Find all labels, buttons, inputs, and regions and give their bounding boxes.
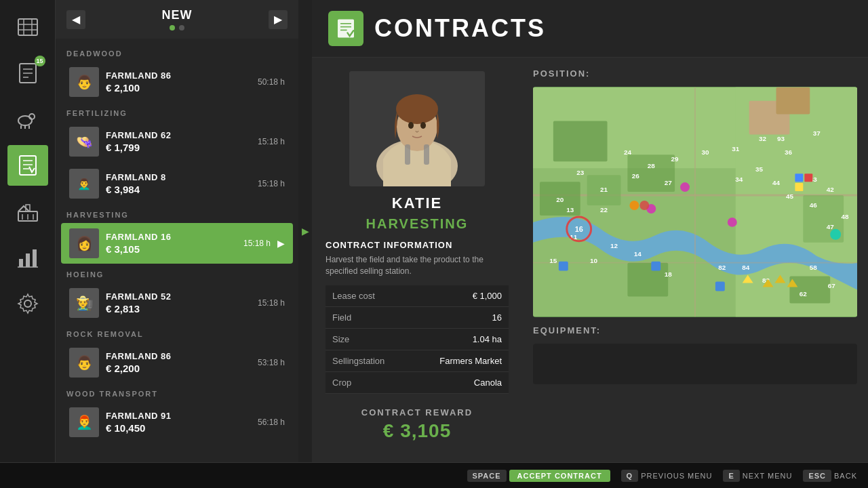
field-value: 16	[411, 306, 509, 328]
sellingstation-label: Sellingstation	[326, 350, 411, 371]
contract-info: FARMLAND 86 € 2,100	[106, 70, 251, 94]
contract-price: € 3,984	[106, 184, 251, 195]
avatar: 👩	[69, 228, 99, 258]
table-row: Sellingstation Farmers Market	[326, 350, 509, 371]
reward-amount: € 3,105	[326, 420, 509, 442]
crop-value: Canola	[411, 371, 509, 393]
contracts-sidebar-icon[interactable]	[7, 145, 48, 186]
svg-text:93: 93	[777, 135, 785, 142]
animals-icon[interactable]	[7, 99, 48, 140]
svg-rect-26	[338, 19, 354, 37]
contract-farmland-name: FARMLAND 8	[106, 172, 251, 182]
contract-farmland-name: FARMLAND 86	[106, 351, 251, 361]
svg-rect-50	[553, 121, 608, 162]
contract-time: 53:18 h	[258, 358, 285, 367]
contract-farmland-name: FARMLAND 16	[106, 232, 237, 242]
contract-price: € 3,105	[106, 243, 237, 255]
main-content-area: CONTRACTS	[312, 0, 868, 462]
category-hoeing: HOEING	[56, 265, 298, 281]
map-icon[interactable]	[7, 7, 48, 47]
contracts-scroll[interactable]: DEADWOOD 👨 FARMLAND 86 € 2,100 50:18 h F…	[56, 39, 298, 462]
svg-text:16: 16	[575, 225, 583, 233]
page-dots	[170, 25, 184, 30]
svg-rect-12	[20, 156, 36, 175]
table-row: Lease cost € 1,000	[326, 285, 509, 307]
contract-price: € 10,450	[106, 422, 251, 434]
settings-icon[interactable]	[7, 283, 48, 324]
contract-info-table: Lease cost € 1,000 Field 16 Size 1.04 ha	[326, 285, 509, 394]
category-deadwood: DEADWOOD	[56, 44, 298, 60]
svg-rect-0	[18, 19, 37, 35]
contract-farmland-name: FARMLAND 52	[106, 291, 251, 302]
svg-rect-105	[804, 174, 812, 182]
svg-text:32: 32	[759, 135, 767, 142]
svg-text:28: 28	[648, 162, 656, 169]
svg-text:34: 34	[735, 176, 743, 183]
equipment-label: EQUIPMENT:	[533, 325, 857, 336]
map-section: POSITION:	[522, 58, 868, 462]
stats-icon[interactable]	[7, 237, 48, 278]
hotkey-q-group: Q PREVIOUS MENU	[621, 470, 713, 482]
svg-text:84: 84	[742, 264, 750, 271]
svg-point-34	[396, 94, 438, 124]
contract-time: 15:18 h	[258, 179, 285, 188]
contract-item-farmland16-selected[interactable]: 👩 FARMLAND 16 € 3,105 15:18 h ▶	[61, 223, 293, 264]
svg-rect-37	[405, 144, 410, 165]
svg-text:45: 45	[786, 192, 794, 200]
svg-text:44: 44	[772, 179, 781, 186]
contract-info: FARMLAND 8 € 3,984	[106, 172, 251, 195]
hotkey-esc[interactable]: ESC	[803, 470, 831, 482]
main-layout: 15	[0, 0, 868, 462]
hotkey-space[interactable]: SPACE	[467, 470, 507, 482]
table-row: Field 16	[326, 306, 509, 328]
avatar: 👨‍🌾	[69, 288, 99, 318]
contract-time: 50:18 h	[258, 77, 285, 87]
list-header-title: NEW	[162, 8, 193, 22]
reward-label: CONTRACT REWARD	[326, 407, 509, 418]
hotkey-e[interactable]: E	[723, 470, 739, 482]
factory-icon[interactable]	[7, 191, 48, 232]
character-name: KATIE	[392, 195, 442, 212]
svg-text:29: 29	[671, 155, 679, 163]
divider-arrow-icon: ▶	[302, 226, 309, 237]
contract-item-farmland86-rock[interactable]: 👨 FARMLAND 86 € 2,200 53:18 h	[61, 342, 293, 383]
svg-text:10: 10	[590, 257, 598, 264]
character-role: HARVESTING	[366, 216, 469, 232]
map-container: 20 21 22 23 24 26 27 28 29 30 31 32 34 3…	[533, 87, 857, 317]
svg-text:26: 26	[632, 172, 640, 180]
contract-item-farmland52[interactable]: 👨‍🌾 FARMLAND 52 € 2,813 15:18 h	[61, 283, 293, 323]
svg-rect-97	[651, 262, 660, 271]
contract-info: FARMLAND 16 € 3,105	[106, 232, 237, 255]
svg-text:14: 14	[634, 250, 642, 258]
hotkey-q[interactable]: Q	[621, 470, 639, 482]
contract-info: FARMLAND 91 € 10,450	[106, 411, 251, 434]
svg-text:37: 37	[813, 129, 821, 137]
svg-text:22: 22	[600, 206, 608, 214]
svg-text:62: 62	[800, 290, 808, 298]
back-label: BACK	[834, 472, 857, 480]
contract-item-farmland62[interactable]: 👒 FARMLAND 62 € 1,799 15:18 h	[61, 121, 293, 162]
contract-item-farmland91[interactable]: 👨‍🦰 FARMLAND 91 € 10,450 56:18 h	[61, 402, 293, 443]
hotkey-esc-group: ESC BACK	[803, 470, 857, 482]
bottom-bar: SPACE ACCEPT CONTRACT Q PREVIOUS MENU E …	[0, 462, 868, 488]
contract-info-title: CONTRACT INFORMATION	[326, 240, 509, 250]
tasks-icon[interactable]: 15	[7, 53, 48, 94]
contract-item-farmland8[interactable]: 👨‍🦱 FARMLAND 8 € 3,984 15:18 h	[61, 163, 293, 204]
accept-contract-label[interactable]: ACCEPT CONTRACT	[509, 470, 610, 482]
svg-rect-106	[795, 183, 803, 191]
hotkey-e-group: E NEXT MENU	[723, 470, 792, 482]
dot-1	[170, 25, 175, 30]
svg-text:35: 35	[755, 165, 764, 173]
contract-time: 15:18 h	[258, 298, 285, 308]
svg-rect-51	[627, 263, 668, 297]
sellingstation-value: Farmers Market	[411, 350, 509, 371]
contract-info: FARMLAND 86 € 2,200	[106, 351, 251, 374]
avatar: 👨‍🦰	[69, 407, 99, 437]
contract-item-farmland86-deadwood[interactable]: 👨 FARMLAND 86 € 2,100 50:18 h	[61, 62, 293, 102]
contracts-list-panel: ◀ NEW ▶ DEADWOOD 👨 FARMLAND 86 € 2,100 5…	[56, 0, 298, 462]
dot-2	[179, 25, 184, 30]
next-page-button[interactable]: ▶	[269, 10, 288, 29]
crop-label: Crop	[326, 371, 411, 393]
prev-page-button[interactable]: ◀	[66, 10, 85, 29]
list-header: ◀ NEW ▶	[56, 0, 298, 39]
